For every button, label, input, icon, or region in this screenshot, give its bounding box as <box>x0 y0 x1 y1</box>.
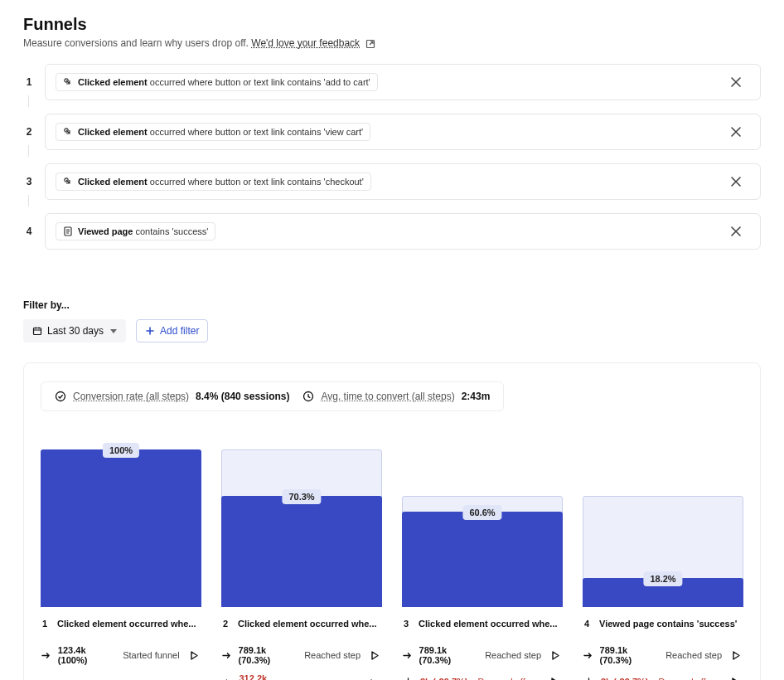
bar-percent-badge: 100% <box>103 443 139 458</box>
remove-step-button[interactable] <box>725 121 747 143</box>
funnel-chart: 100%1Clicked element occurred whe...123.… <box>41 449 743 680</box>
arrow-right-icon <box>41 651 51 660</box>
play-icon <box>731 650 741 660</box>
chart-step-number: 3 <box>402 619 410 629</box>
bar-fill <box>221 496 382 607</box>
close-icon <box>731 226 741 236</box>
play-sessions-button[interactable] <box>728 647 743 663</box>
close-icon <box>731 77 741 87</box>
external-link-icon <box>365 39 375 49</box>
subtitle-text: Measure conversions and learn why users … <box>23 37 249 49</box>
step-event-text: Viewed page contains 'success' <box>78 226 208 236</box>
dropoff-value: 3k (-29.7%) <box>420 677 467 680</box>
bar-percent-badge: 70.3% <box>282 489 321 504</box>
chart-step-column: 70.3%2Clicked element occurred whe...789… <box>221 449 382 680</box>
clock-icon <box>302 391 314 402</box>
step-event-chip[interactable]: Viewed page contains 'success' <box>56 222 215 240</box>
date-range-button[interactable]: Last 30 days <box>23 319 126 342</box>
bar-fill <box>41 449 201 607</box>
summary-stats: Conversion rate (all steps) 8.4% (840 se… <box>41 381 504 411</box>
play-sessions-button[interactable] <box>186 647 201 663</box>
step-number: 2 <box>23 126 35 138</box>
bar-area: 100% <box>41 449 201 607</box>
arrow-down-icon <box>583 678 594 681</box>
arrow-right-icon <box>221 651 232 660</box>
conversion-rate-label: Conversion rate (all steps) <box>73 391 189 402</box>
chart-step-column: 60.6%3Clicked element occurred whe...789… <box>402 449 563 680</box>
play-sessions-button[interactable] <box>727 673 743 680</box>
dropoff-metric-row: 3k (-29.7%)Dropped off <box>583 673 743 680</box>
funnel-step-card[interactable]: Clicked element occurred where button or… <box>45 163 761 200</box>
check-circle-icon <box>55 391 66 402</box>
remove-step-button[interactable] <box>725 221 747 242</box>
step-event-text: Clicked element occurred where button or… <box>78 77 370 87</box>
arrow-down-icon <box>402 678 414 681</box>
filter-label: Filter by... <box>23 299 761 311</box>
bar-fill <box>402 512 563 607</box>
reached-metric-row: 789.1k (70.3%)Reached step <box>583 645 743 665</box>
results-card: Conversion rate (all steps) 8.4% (840 se… <box>23 362 761 680</box>
page-icon <box>63 226 73 236</box>
dropoff-metric-row: 3k (-29.7%)Dropped off <box>402 673 563 680</box>
chart-step-column: 100%1Clicked element occurred whe...123.… <box>41 449 201 680</box>
step-event-text: Clicked element occurred where button or… <box>78 177 364 187</box>
play-sessions-button[interactable] <box>366 675 382 680</box>
play-icon <box>550 650 560 660</box>
chart-step-title: 3Clicked element occurred whe... <box>402 619 563 629</box>
step-event-chip[interactable]: Clicked element occurred where button or… <box>56 172 371 191</box>
avg-time-label: Avg. time to convert (all steps) <box>321 391 454 402</box>
conversion-rate-value: 8.4% (840 sessions) <box>196 391 289 402</box>
chart-step-title: 4Viewed page contains 'success' <box>583 619 743 629</box>
funnel-step-card[interactable]: Viewed page contains 'success' <box>45 213 761 250</box>
bar-area: 70.3% <box>221 449 382 607</box>
reached-value: 789.1k (70.3%) <box>419 645 476 665</box>
chart-step-column: 18.2%4Viewed page contains 'success'789.… <box>583 449 743 680</box>
add-filter-button[interactable]: Add filter <box>136 319 208 342</box>
step-event-chip[interactable]: Clicked element occurred where button or… <box>56 123 370 141</box>
bar-percent-badge: 18.2% <box>643 571 682 586</box>
play-icon <box>189 650 199 660</box>
step-number: 4 <box>23 226 35 237</box>
step-event-text: Clicked element occurred where button or… <box>78 127 363 137</box>
bar-area: 18.2% <box>583 449 743 607</box>
remove-step-button[interactable] <box>725 171 747 192</box>
chart-step-number: 4 <box>583 619 591 629</box>
play-sessions-button[interactable] <box>546 673 563 680</box>
reached-value: 789.1k (70.3%) <box>600 645 656 665</box>
dropoff-value: 3k (-29.7%) <box>601 677 648 680</box>
arrow-right-icon <box>402 651 413 660</box>
add-filter-label: Add filter <box>160 325 199 337</box>
play-sessions-button[interactable] <box>367 647 382 663</box>
step-event-chip[interactable]: Clicked element occurred where button or… <box>56 73 378 91</box>
reached-label: Reached step <box>485 650 541 660</box>
funnel-step-card[interactable]: Clicked element occurred where button or… <box>45 64 761 100</box>
step-connector <box>28 95 29 107</box>
reached-metric-row: 123.4k (100%)Started funnel <box>41 645 201 665</box>
play-sessions-button[interactable] <box>548 647 563 663</box>
page-subtitle: Measure conversions and learn why users … <box>23 37 761 49</box>
step-number: 1 <box>23 76 35 88</box>
click-icon <box>63 177 73 187</box>
feedback-link[interactable]: We'd love your feedback <box>251 37 360 49</box>
page-title: Funnels <box>23 15 761 34</box>
funnel-step-card[interactable]: Clicked element occurred where button or… <box>45 114 761 150</box>
reached-metric-row: 789.1k (70.3%)Reached step <box>221 645 382 665</box>
dropoff-metric-row: 312.2k (-29.7%)Dropped off <box>221 673 382 680</box>
plus-icon <box>145 326 155 336</box>
play-icon <box>549 677 559 680</box>
dropoff-label: Dropped off <box>477 677 540 680</box>
arrow-right-icon <box>583 651 593 660</box>
calendar-icon <box>32 326 42 336</box>
bar-area: 60.6% <box>402 449 563 607</box>
click-icon <box>63 77 73 87</box>
dropoff-value: 312.2k (-29.7%) <box>239 673 302 680</box>
remove-step-button[interactable] <box>725 71 747 93</box>
reached-label: Reached step <box>665 650 722 660</box>
chart-step-label: Viewed page contains 'success' <box>599 619 737 629</box>
dropoff-label: Dropped off <box>658 677 720 680</box>
reached-metric-row: 789.1k (70.3%)Reached step <box>402 645 563 665</box>
funnel-steps-list: 1Clicked element occurred where button o… <box>23 64 761 250</box>
chart-step-title: 2Clicked element occurred whe... <box>221 619 382 629</box>
reached-label: Started funnel <box>123 650 180 660</box>
chart-step-label: Clicked element occurred whe... <box>419 619 558 629</box>
